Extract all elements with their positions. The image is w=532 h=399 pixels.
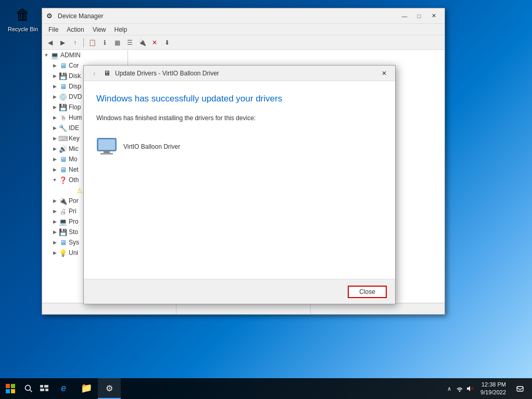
dialog-titlebar: ‹ 🖥 Update Drivers - VirtIO Balloon Driv… (84, 66, 395, 81)
toolbar-forward[interactable]: ▶ (57, 37, 68, 48)
tree-label-pri: Pri (69, 208, 77, 215)
statusbar-section3 (311, 303, 445, 314)
tree-icon-disk: 💾 (59, 72, 67, 80)
taskbar: e 📁 ⚙ ∧ (0, 378, 532, 399)
svg-rect-5 (11, 384, 15, 388)
statusbar-section1 (42, 303, 176, 314)
notification-icon[interactable] (512, 378, 528, 399)
toolbar-sep1 (83, 38, 84, 47)
device-name: VirtIO Balloon Driver (123, 143, 180, 150)
dialog-back-button[interactable]: ‹ (88, 67, 100, 80)
taskbar-app-dm[interactable]: ⚙ (98, 378, 121, 399)
tree-icon-disp: 🖥 (59, 82, 67, 91)
close-button[interactable]: Close (348, 286, 387, 298)
dialog-description: Windows has finished installing the driv… (96, 114, 383, 122)
recycle-bin[interactable]: 🗑 Recycle Bin (4, 4, 42, 32)
toolbar-download[interactable]: ⬇ (161, 37, 173, 48)
tree-toggle-disp: ▶ (50, 84, 59, 89)
tree-icon-oth: ❓ (59, 176, 67, 184)
svg-rect-7 (11, 389, 15, 393)
tree-icon-por: 🔌 (59, 197, 67, 205)
tree-toggle-uni: ▶ (50, 250, 59, 255)
toolbar-disconnect[interactable]: 🔌 (136, 37, 148, 48)
toolbar-back[interactable]: ◀ (44, 37, 56, 48)
tree-icon-mic: 🔊 (59, 145, 67, 153)
tree-icon-warn: ⚠ (75, 186, 84, 195)
tree-toggle-disk: ▶ (50, 73, 59, 79)
svg-marker-15 (467, 386, 470, 391)
dialog-close-x-button[interactable]: ✕ (377, 68, 391, 79)
tree-toggle-root: ▼ (42, 53, 50, 58)
svg-rect-12 (40, 389, 44, 391)
tree-icon-key: ⌨ (59, 134, 67, 143)
dm-title: Device Manager (58, 12, 398, 20)
tree-icon-uni: 💡 (59, 249, 67, 257)
explorer-icon: 📁 (81, 382, 92, 394)
svg-rect-4 (6, 384, 10, 388)
tree-label-computers: Cor (69, 62, 79, 69)
clock-date: 9/19/2022 (480, 389, 506, 396)
tree-label-key: Key (69, 135, 80, 142)
menu-view[interactable]: View (88, 25, 110, 34)
tree-icon-pri: 🖨 (59, 207, 67, 215)
minimize-button[interactable]: — (398, 10, 411, 22)
clock[interactable]: 12:38 PM 9/19/2022 (476, 381, 510, 397)
tree-icon-flop: 💾 (59, 103, 67, 111)
tree-icon-hum: 🖱 (59, 113, 67, 122)
menu-help[interactable]: Help (110, 25, 132, 34)
network-icon[interactable] (455, 384, 464, 393)
ie-icon: e (61, 383, 66, 394)
update-drivers-dialog: ‹ 🖥 Update Drivers - VirtIO Balloon Driv… (83, 65, 396, 304)
tree-toggle-net: ▶ (50, 167, 59, 172)
toolbar-remove[interactable]: ✕ (149, 37, 160, 48)
tree-icon-net: 🖥 (59, 165, 67, 174)
tree-toggle-flop: ▶ (50, 105, 59, 110)
tree-icon-dvd: 💿 (59, 93, 67, 101)
recycle-bin-icon: 🗑 (12, 4, 33, 25)
tree-label-dvd: DVD (69, 93, 82, 100)
taskbar-app-ie[interactable]: e (52, 378, 75, 399)
tree-toggle-oth: ▼ (50, 177, 59, 183)
clock-time: 12:38 PM (480, 381, 506, 389)
device-icon (96, 136, 117, 157)
taskbar-tray: ∧ 12:38 PM 9/19/2022 (445, 378, 532, 399)
tree-label-sto: Sto (69, 228, 78, 236)
tree-toggle-mo: ▶ (50, 157, 59, 162)
svg-rect-18 (517, 387, 523, 391)
svg-rect-10 (40, 385, 43, 388)
tray-chevron[interactable]: ∧ (445, 385, 453, 392)
toolbar-list[interactable]: ☰ (124, 37, 135, 48)
svg-rect-6 (6, 389, 10, 393)
maximize-button[interactable]: □ (412, 10, 426, 22)
toolbar-up[interactable]: ↑ (69, 37, 81, 48)
tree-icon-sys: 🖥 (59, 238, 67, 247)
desktop: 🗑 Recycle Bin ⚙ Device Manager — □ ✕ Fil… (0, 0, 532, 399)
tree-label-disk: Disk (69, 72, 81, 80)
tree-label-pro: Pro (69, 218, 79, 225)
tree-item-root[interactable]: ▼ 💻 ADMIN (42, 50, 128, 60)
search-button[interactable] (21, 378, 36, 399)
tree-toggle-sto: ▶ (50, 229, 59, 235)
dm-menubar: File Action View Help (42, 24, 445, 35)
tree-label-ide: IDE (69, 124, 79, 132)
dm-titlebar: ⚙ Device Manager — □ ✕ (42, 8, 445, 24)
tree-toggle-sys: ▶ (50, 240, 59, 245)
menu-file[interactable]: File (44, 25, 62, 34)
start-button[interactable] (0, 378, 21, 399)
tree-icon-sto: 💾 (59, 228, 67, 236)
toolbar-info[interactable]: ℹ (99, 37, 110, 48)
dm-titlebar-icon: ⚙ (46, 12, 55, 20)
tree-icon-ide: 🔧 (59, 124, 67, 132)
toolbar-grid[interactable]: ▦ (111, 37, 123, 48)
sound-icon[interactable] (466, 384, 474, 393)
svg-point-14 (459, 391, 460, 392)
task-view-button[interactable] (36, 378, 52, 399)
taskbar-app-explorer[interactable]: 📁 (75, 378, 98, 399)
menu-action[interactable]: Action (62, 25, 88, 34)
taskbar-apps: e 📁 ⚙ (52, 378, 445, 399)
tree-label-mo: Mo (69, 156, 78, 163)
dm-close-button[interactable]: ✕ (427, 10, 440, 22)
dialog-title-icon: 🖥 (104, 69, 112, 78)
toolbar-properties[interactable]: 📋 (86, 37, 98, 48)
tree-toggle-ide: ▶ (50, 125, 59, 131)
